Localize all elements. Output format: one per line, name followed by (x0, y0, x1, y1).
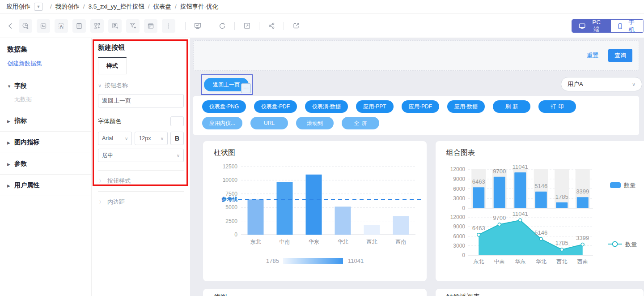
breadcrumb-item[interactable]: 3.5_zxl_yy_控件按钮 (89, 3, 144, 10)
pc-view-button[interactable]: PC 端 (572, 20, 611, 32)
preview-icon (194, 22, 202, 30)
action-button[interactable]: 应用-PDF (402, 100, 439, 113)
add-shape-button[interactable] (90, 19, 104, 33)
shapes-icon (93, 22, 101, 30)
svg-text:6000: 6000 (453, 186, 465, 192)
more-icon (165, 22, 172, 30)
sidebar-section-图内指标[interactable]: ▶图内指标 (0, 132, 91, 153)
toolbar-divider (259, 22, 259, 30)
chevron-down-icon: ∨ (632, 82, 636, 87)
action-button[interactable]: 打印 (538, 100, 576, 113)
svg-text:0: 0 (462, 252, 465, 258)
tab-style[interactable]: 样式 (98, 57, 127, 74)
user-select[interactable]: 用户A ∨ (561, 77, 642, 91)
pie-chart-widget-partial[interactable]: 饼图 (203, 289, 427, 296)
action-button[interactable]: 仪表盘-PDF (254, 100, 297, 113)
action-button-light[interactable]: URL (250, 117, 288, 129)
svg-text:东北: 东北 (473, 258, 484, 265)
svg-text:9700: 9700 (493, 168, 506, 175)
svg-text:5146: 5146 (534, 229, 547, 236)
sidebar-section-label: 图内指标 (14, 138, 39, 146)
sidebar-section-字段[interactable]: ▼字段 (0, 75, 91, 96)
action-button[interactable]: 应用-PPT (356, 100, 394, 113)
breadcrumb-item[interactable]: 仪表盘 (153, 3, 172, 10)
pivot-table-widget-partial[interactable]: 触发透视表 (436, 289, 644, 296)
query-button[interactable]: 查询 (608, 49, 632, 62)
export-button[interactable] (289, 19, 303, 33)
sidebar-section-参数[interactable]: ▶参数 (0, 153, 91, 175)
chevron-down-icon: ∨ (177, 153, 180, 158)
selected-button-widget[interactable]: 返回上一页 ··· (201, 74, 253, 95)
breadcrumb-separator: / (175, 3, 177, 10)
toolbar-divider (284, 22, 284, 30)
add-list-button[interactable] (72, 19, 86, 33)
chevron-down-icon: ▼ (37, 4, 41, 9)
sidebar-section-指标[interactable]: ▶指标 (0, 110, 91, 132)
svg-text:1785: 1785 (266, 257, 279, 264)
svg-text:数量: 数量 (623, 182, 636, 189)
action-button[interactable]: 仪表演-数据 (305, 100, 348, 113)
button-name-section-header[interactable]: ∨ 按钮名称 (98, 82, 184, 90)
chevron-down-icon: ∨ (125, 136, 128, 141)
action-button-light[interactable]: 全屏 (342, 117, 379, 129)
font-size-select[interactable]: 12px∨ (135, 132, 168, 145)
svg-text:0: 0 (234, 232, 237, 238)
chevron-right-icon: 〉 (99, 178, 104, 184)
mobile-view-button[interactable]: 手机 (611, 20, 644, 32)
bold-button[interactable]: B (170, 132, 184, 145)
add-text-button[interactable]: A (55, 19, 68, 33)
add-web-button[interactable] (144, 19, 157, 33)
sidebar-section-label: 用户属性 (14, 181, 39, 189)
sidebar-section-用户属性[interactable]: ▶用户属性 (0, 175, 91, 196)
device-view-toggle: PC 端 手机 (572, 19, 644, 33)
svg-text:9000: 9000 (453, 176, 465, 182)
breadcrumb-separator: / (148, 3, 150, 10)
sidebar-section-label: 参数 (14, 160, 27, 167)
preview-button[interactable] (191, 19, 204, 33)
breadcrumb-item[interactable]: 我的创作 (55, 3, 80, 10)
back-button[interactable] (7, 22, 14, 30)
padding-section-header[interactable]: 〉 内边距 (98, 191, 184, 212)
action-button[interactable]: 仪表盘-PNG (202, 100, 246, 113)
chevron-right-icon: 〉 (99, 199, 104, 206)
reset-button[interactable]: 重置 (587, 51, 598, 60)
font-color-label: 字体颜色 (98, 117, 121, 125)
add-form-button[interactable] (108, 19, 122, 33)
text-align-select[interactable]: 居中∨ (98, 149, 184, 162)
font-family-select[interactable]: Arial∨ (98, 132, 132, 145)
breadcrumb-app-select[interactable]: ▼ (34, 3, 43, 11)
svg-text:11041: 11041 (513, 210, 528, 217)
action-button[interactable]: 应用-数据 (447, 100, 485, 113)
widget-more-handle[interactable]: ··· (241, 83, 251, 93)
svg-text:华东: 华东 (515, 258, 525, 265)
refresh-button[interactable] (216, 19, 229, 33)
font-color-swatch[interactable] (170, 116, 184, 126)
combo-chart-svg: 0030003000600060009000900012000120006463… (436, 158, 644, 276)
svg-text:3399: 3399 (576, 188, 589, 195)
fullscreen-button[interactable] (240, 19, 254, 33)
add-image-button[interactable] (37, 19, 50, 33)
add-filter-button[interactable] (126, 19, 140, 33)
create-dataset-link[interactable]: 创建新数据集 (7, 60, 42, 68)
caret-right-icon: ▶ (7, 141, 14, 145)
breadcrumb-item[interactable]: 按钮事件-优化 (180, 3, 219, 10)
svg-text:中南: 中南 (280, 239, 290, 245)
action-button-light[interactable]: 滚动到 (296, 117, 334, 129)
add-chart-button[interactable] (19, 19, 32, 33)
caret-down-icon: ▼ (7, 84, 14, 89)
action-button-light[interactable]: 应用内仪... (202, 117, 242, 129)
button-name-input[interactable] (98, 94, 184, 107)
svg-text:1785: 1785 (555, 240, 568, 246)
bar-chart-widget[interactable]: 柱状图 02500500075001000012500东北中南华东华北西北西南参… (203, 141, 427, 281)
svg-text:5146: 5146 (534, 183, 547, 189)
combo-chart-title: 组合图表 (436, 141, 644, 158)
breadcrumb-app[interactable]: 应用创作 (6, 3, 30, 11)
button-style-section-header[interactable]: 〉 按钮样式 (98, 170, 184, 191)
caret-right-icon: ▶ (7, 119, 14, 124)
combo-chart-widget[interactable]: 组合图表 00300030006000600090009000120001200… (436, 141, 644, 281)
more-button[interactable] (162, 19, 175, 33)
sidebar-title: 数据集 (7, 45, 84, 54)
svg-text:11041: 11041 (348, 257, 364, 264)
action-button[interactable]: 刷新 (493, 100, 530, 113)
share-button[interactable] (265, 19, 278, 33)
